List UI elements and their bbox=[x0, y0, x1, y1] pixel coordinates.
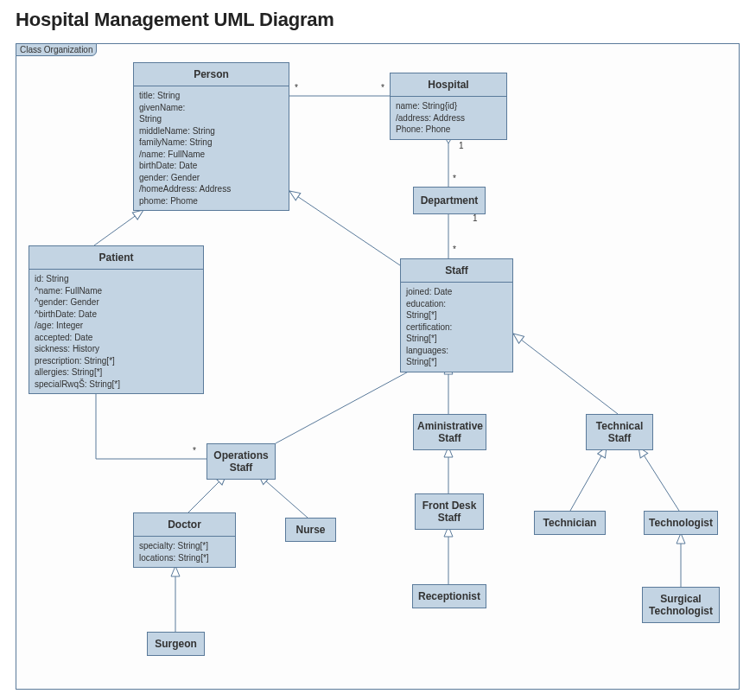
svg-line-8 bbox=[188, 474, 226, 512]
multiplicity-label: * bbox=[453, 245, 456, 254]
class-patient: Patient id: String ^name: FullName ^gend… bbox=[29, 245, 204, 394]
class-name: Aministrative Staff bbox=[414, 415, 486, 449]
class-attrs: title: String givenName: String middleNa… bbox=[134, 86, 289, 210]
multiplicity-label: * bbox=[193, 446, 196, 455]
multiplicity-label: * bbox=[381, 83, 384, 92]
class-name: Front Desk Staff bbox=[416, 494, 483, 529]
svg-line-5 bbox=[276, 362, 426, 443]
class-administrative-staff: Aministrative Staff bbox=[413, 414, 486, 450]
class-attrs: id: String ^name: FullName ^gender: Gend… bbox=[29, 270, 203, 393]
class-person: Person title: String givenName: String m… bbox=[133, 62, 289, 211]
multiplicity-label: 1 bbox=[473, 213, 478, 223]
class-name: Hospital bbox=[391, 73, 506, 97]
class-doctor: Doctor specialty: String[*] locations: S… bbox=[133, 512, 236, 568]
class-department: Department bbox=[413, 187, 486, 214]
class-receptionist: Receptionist bbox=[412, 584, 486, 608]
class-technician: Technician bbox=[534, 511, 606, 535]
class-attrs: joined: Date education: String[*] certif… bbox=[401, 283, 512, 372]
class-name: Doctor bbox=[134, 513, 235, 537]
class-name: Person bbox=[134, 63, 289, 86]
class-name: Surgeon bbox=[148, 633, 204, 655]
class-name: Nurse bbox=[286, 519, 335, 541]
class-name: Staff bbox=[401, 259, 512, 283]
class-name: Operations Staff bbox=[207, 444, 275, 479]
class-hospital: Hospital name: String{id} /address: Addr… bbox=[390, 73, 507, 140]
class-name: Receptionist bbox=[413, 585, 486, 608]
class-name: Technician bbox=[535, 512, 605, 534]
svg-line-9 bbox=[258, 474, 308, 518]
class-technologist: Technologist bbox=[644, 511, 718, 535]
class-operations-staff: Operations Staff bbox=[206, 443, 276, 480]
class-name: Technologist bbox=[645, 512, 717, 534]
class-surgeon: Surgeon bbox=[147, 632, 205, 656]
svg-line-12 bbox=[638, 447, 679, 511]
class-name: Patient bbox=[29, 246, 203, 270]
multiplicity-label: * bbox=[295, 83, 298, 92]
multiplicity-label: * bbox=[453, 174, 456, 183]
class-technical-staff: Technical Staff bbox=[586, 414, 653, 450]
frame-label: Class Organization bbox=[16, 43, 97, 56]
page-title: Hospital Management UML Diagram bbox=[16, 9, 740, 31]
svg-line-11 bbox=[570, 447, 607, 511]
diagram-frame: Class Organization bbox=[16, 43, 740, 690]
svg-line-4 bbox=[289, 191, 400, 265]
svg-line-7 bbox=[513, 334, 618, 414]
class-name: Department bbox=[414, 188, 485, 213]
class-staff: Staff joined: Date education: String[*] … bbox=[400, 258, 513, 372]
class-attrs: specialty: String[*] locations: String[*… bbox=[134, 537, 235, 567]
class-name: Surgical Technologist bbox=[643, 588, 719, 622]
class-attrs: name: String{id} /address: Address Phone… bbox=[391, 97, 506, 139]
class-front-desk-staff: Front Desk Staff bbox=[415, 493, 484, 530]
class-surgical-technologist: Surgical Technologist bbox=[642, 587, 720, 623]
svg-line-3 bbox=[94, 210, 143, 245]
multiplicity-label: 1 bbox=[459, 141, 464, 150]
class-nurse: Nurse bbox=[285, 518, 336, 542]
class-name: Technical Staff bbox=[587, 415, 652, 449]
